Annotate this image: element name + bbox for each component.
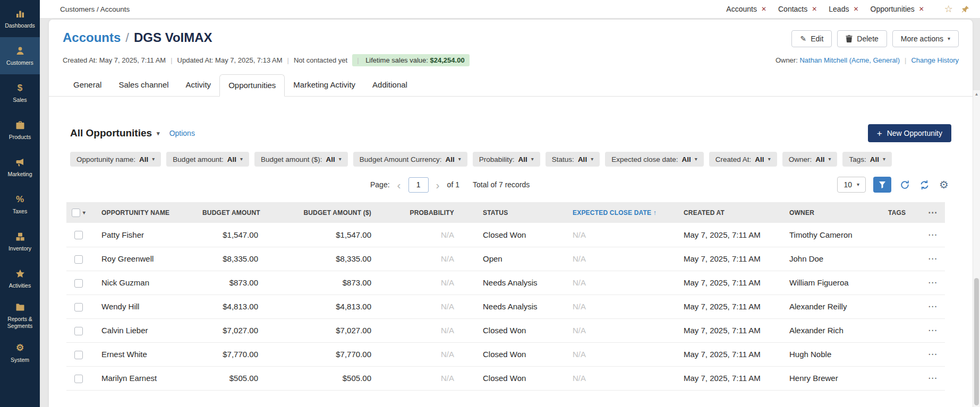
filter-chip[interactable]: Tags: All ▾ bbox=[842, 152, 892, 167]
filter-chip[interactable]: Status: All ▾ bbox=[546, 152, 600, 167]
opportunity-name-cell[interactable]: Nick Guzman bbox=[91, 271, 197, 295]
more-actions-button[interactable]: More actions ▾ bbox=[892, 30, 959, 47]
filter-chip[interactable]: Created At: All ▾ bbox=[709, 152, 777, 167]
record-tab[interactable]: Opportunities bbox=[219, 74, 285, 97]
refresh-button[interactable] bbox=[899, 179, 911, 191]
filter-chip[interactable]: Opportunity name: All ▾ bbox=[70, 152, 161, 167]
table-row[interactable]: Marilyn Earnest $505.00 $505.00 N/A Clos… bbox=[66, 366, 945, 390]
column-created-at[interactable]: CREATED AT bbox=[678, 202, 784, 223]
sync-button[interactable] bbox=[918, 179, 931, 191]
row-menu-button[interactable]: ⋯ bbox=[921, 247, 945, 271]
row-checkbox[interactable] bbox=[74, 255, 83, 264]
column-opportunity-name[interactable]: OPPORTUNITY NAME bbox=[91, 202, 197, 223]
table-row[interactable]: Calvin Lieber $7,027.00 $7,027.00 N/A Cl… bbox=[66, 318, 945, 342]
row-checkbox[interactable] bbox=[74, 327, 83, 335]
column-settings-button[interactable]: ⋯ bbox=[921, 202, 945, 223]
sidebar-item-marketing[interactable]: Marketing bbox=[0, 149, 40, 186]
row-menu-button[interactable]: ⋯ bbox=[921, 366, 945, 390]
filter-button[interactable] bbox=[873, 177, 891, 193]
filter-label: Probability: bbox=[479, 155, 515, 163]
delete-button[interactable]: Delete bbox=[837, 30, 887, 47]
row-checkbox[interactable] bbox=[74, 303, 83, 311]
row-menu-button[interactable]: ⋯ bbox=[921, 223, 945, 247]
view-selector[interactable]: All Opportunities ▾ bbox=[70, 127, 160, 139]
column-tags[interactable]: TAGS bbox=[883, 202, 921, 223]
next-page-icon[interactable]: › bbox=[434, 179, 441, 190]
record-tab[interactable]: Sales channel bbox=[110, 74, 177, 96]
workspace-tab[interactable]: Accounts ✕ bbox=[726, 5, 766, 13]
pin-icon[interactable] bbox=[961, 5, 969, 13]
workspace-tab[interactable]: Contacts ✕ bbox=[778, 5, 817, 13]
table-row[interactable]: Nick Guzman $873.00 $873.00 N/A Needs An… bbox=[66, 271, 945, 295]
sidebar-item-inventory[interactable]: Inventory bbox=[0, 223, 40, 260]
sidebar-item-activities[interactable]: Activities bbox=[0, 260, 40, 297]
sidebar-item-customers[interactable]: Customers bbox=[0, 37, 40, 74]
page-size-select[interactable]: 10 ▾ bbox=[837, 177, 866, 193]
filter-chip[interactable]: Budget amount ($): All ▾ bbox=[254, 152, 348, 167]
options-link[interactable]: Options bbox=[169, 129, 195, 137]
scroll-up-icon[interactable]: ▲ bbox=[973, 92, 980, 97]
filter-chip[interactable]: Expected close date: All ▾ bbox=[605, 152, 704, 167]
column-status[interactable]: STATUS bbox=[459, 202, 567, 223]
close-tab-icon[interactable]: ✕ bbox=[919, 6, 924, 12]
table-settings-button[interactable]: ⚙ bbox=[938, 178, 950, 191]
row-menu-button[interactable]: ⋯ bbox=[921, 295, 945, 318]
row-menu-button[interactable]: ⋯ bbox=[921, 271, 945, 295]
sidebar-item-system[interactable]: ⚙ System bbox=[0, 334, 40, 371]
filter-chip[interactable]: Probability: All ▾ bbox=[473, 152, 540, 167]
opportunity-name-cell[interactable]: Wendy Hill bbox=[91, 295, 197, 318]
vertical-scrollbar[interactable]: ▲ bbox=[973, 90, 980, 407]
opportunity-name-cell[interactable]: Marilyn Earnest bbox=[91, 366, 197, 390]
filter-chip[interactable]: Owner: All ▾ bbox=[782, 152, 838, 167]
record-tab[interactable]: Additional bbox=[364, 74, 416, 96]
column-owner[interactable]: OWNER bbox=[784, 202, 883, 223]
page-input[interactable] bbox=[408, 177, 429, 193]
close-tab-icon[interactable]: ✕ bbox=[853, 6, 858, 12]
row-checkbox[interactable] bbox=[74, 231, 83, 239]
sidebar-item-dashboards[interactable]: Dashboards bbox=[0, 0, 40, 37]
select-all-header[interactable]: ▾ bbox=[66, 202, 91, 223]
row-checkbox[interactable] bbox=[74, 351, 83, 359]
accounts-breadcrumb-link[interactable]: Accounts bbox=[63, 30, 121, 45]
close-tab-icon[interactable]: ✕ bbox=[761, 6, 766, 12]
scrollbar-thumb[interactable] bbox=[974, 278, 979, 405]
select-all-checkbox[interactable] bbox=[72, 209, 80, 217]
close-tab-icon[interactable]: ✕ bbox=[812, 6, 817, 12]
expected-close-date-cell: N/A bbox=[567, 318, 678, 342]
breadcrumb[interactable]: Customers / Accounts bbox=[60, 5, 130, 13]
table-row[interactable]: Patty Fisher $1,547.00 $1,547.00 N/A Clo… bbox=[66, 223, 945, 247]
sidebar-item-reports-segments[interactable]: Reports & Segments bbox=[0, 297, 40, 334]
new-opportunity-button[interactable]: + New Opportunity bbox=[868, 124, 951, 142]
table-row[interactable]: Wendy Hill $4,813.00 $4,813.00 N/A Needs… bbox=[66, 295, 945, 318]
sidebar-item-taxes[interactable]: % Taxes bbox=[0, 186, 40, 223]
column-expected-close-date[interactable]: EXPECTED CLOSE DATE ↑ bbox=[567, 202, 678, 223]
filter-chip[interactable]: Budget Amount Currency: All ▾ bbox=[353, 152, 467, 167]
workspace-tab[interactable]: Leads ✕ bbox=[829, 5, 858, 13]
previous-page-icon[interactable]: ‹ bbox=[396, 179, 403, 190]
sidebar-item-sales[interactable]: $ Sales bbox=[0, 74, 40, 111]
row-menu-button[interactable]: ⋯ bbox=[921, 342, 945, 366]
opportunity-name-cell[interactable]: Ernest White bbox=[91, 342, 197, 366]
owner-link[interactable]: Nathan Mitchell (Acme, General) bbox=[799, 56, 900, 64]
workspace-tab[interactable]: Opportunities ✕ bbox=[871, 5, 924, 13]
chevron-down-icon[interactable]: ▾ bbox=[83, 210, 86, 215]
record-tab[interactable]: Activity bbox=[177, 74, 220, 96]
record-tab[interactable]: General bbox=[65, 74, 110, 96]
column-probability[interactable]: PROBABILITY bbox=[377, 202, 459, 223]
row-checkbox[interactable] bbox=[74, 375, 83, 383]
change-history-link[interactable]: Change History bbox=[905, 56, 959, 64]
record-tab[interactable]: Marketing Activity bbox=[285, 74, 364, 96]
table-row[interactable]: Roy Greenwell $8,335.00 $8,335.00 N/A Op… bbox=[66, 247, 945, 271]
row-menu-button[interactable]: ⋯ bbox=[921, 318, 945, 342]
filter-chip[interactable]: Budget amount: All ▾ bbox=[166, 152, 249, 167]
column-budget-amount[interactable]: BUDGET AMOUNT bbox=[197, 202, 263, 223]
row-checkbox[interactable] bbox=[74, 279, 83, 288]
column-budget-amount-usd[interactable]: BUDGET AMOUNT ($) bbox=[263, 202, 377, 223]
favorite-star-icon[interactable]: ☆ bbox=[944, 4, 953, 14]
opportunity-name-cell[interactable]: Patty Fisher bbox=[91, 223, 197, 247]
opportunity-name-cell[interactable]: Roy Greenwell bbox=[91, 247, 197, 271]
table-row[interactable]: Ernest White $7,770.00 $7,770.00 N/A Clo… bbox=[66, 342, 945, 366]
opportunity-name-cell[interactable]: Calvin Lieber bbox=[91, 318, 197, 342]
edit-button[interactable]: ✎ Edit bbox=[791, 30, 832, 47]
sidebar-item-products[interactable]: Products bbox=[0, 111, 40, 149]
